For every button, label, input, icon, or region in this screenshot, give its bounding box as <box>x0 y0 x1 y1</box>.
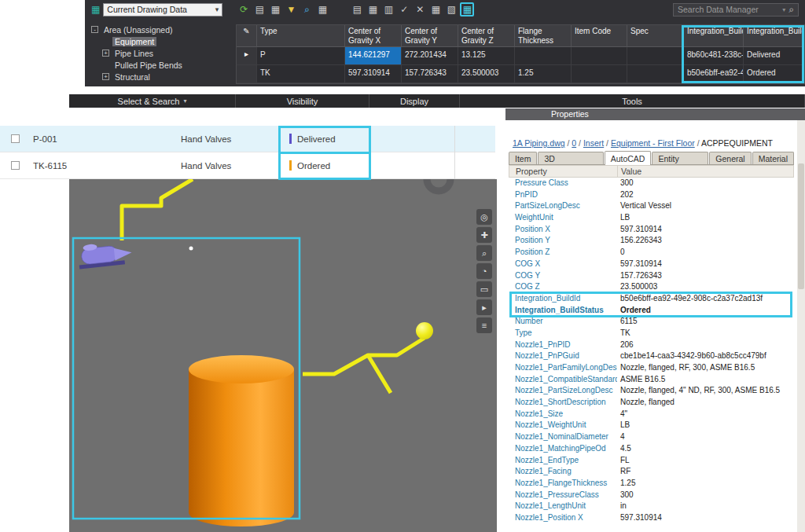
property-row[interactable]: PartSizeLongDescVertical Vessel <box>509 200 794 212</box>
property-row[interactable]: Nozzle1_FacingRF <box>509 466 794 478</box>
property-row[interactable]: COG Y157.726343 <box>509 270 794 282</box>
model-viewport[interactable]: ◎✚⌕◔▭▸≡ <box>69 179 497 532</box>
list-item-p-001[interactable]: P-001Hand ValvesDelivered <box>0 126 495 152</box>
cancel-changes-icon[interactable]: ✕ <box>413 2 427 17</box>
filter-icon[interactable]: ▼ <box>284 2 298 17</box>
grid-cell[interactable]: Ordered <box>744 65 804 83</box>
grid-cell[interactable] <box>627 47 684 65</box>
edit-table-icon[interactable]: ▦ <box>315 2 329 17</box>
export-table-icon[interactable]: ▦ <box>268 2 282 17</box>
list-item-tk-6115[interactable]: TK-6115Hand ValvesOrdered <box>0 152 495 179</box>
grid-row[interactable]: TK597.310914157.72634323.5000031.25b50e6… <box>237 65 804 83</box>
property-row[interactable]: Nozzle1_CompatibleStandardASME B16.5 <box>509 374 794 386</box>
grid-cell[interactable]: 597.310914 <box>345 65 402 83</box>
accept-changes-icon[interactable]: ✓ <box>397 2 411 17</box>
column-header[interactable]: Type <box>257 25 345 47</box>
zoom-to-icon[interactable]: ⌕ <box>300 2 314 17</box>
property-row[interactable]: Number6115 <box>509 316 794 328</box>
menu-tools[interactable]: Tools <box>460 94 805 108</box>
menu-display[interactable]: Display <box>369 94 460 108</box>
property-row[interactable]: Integration_BuildStatusOrdered <box>509 305 794 317</box>
property-row[interactable]: Nozzle1_MatchingPipeOd4.5 <box>509 443 794 455</box>
grid-cell[interactable]: P <box>257 47 345 65</box>
property-row[interactable]: Nozzle1_NominalDiameter4 <box>509 431 794 443</box>
menu-visibility[interactable]: Visibility <box>236 94 369 108</box>
grid-cell[interactable]: 272.201434 <box>402 47 458 65</box>
property-row[interactable]: TypeTK <box>509 328 794 339</box>
grid-cell[interactable]: Delivered <box>744 47 804 65</box>
pipe-branch[interactable] <box>368 355 391 393</box>
tab-autocad[interactable]: AutoCAD <box>605 151 652 165</box>
viewport-canvas[interactable] <box>69 179 497 532</box>
tree-item-area-unassigned[interactable]: -Area (Unassigned) <box>91 24 233 35</box>
grid-cell[interactable]: 1.25 <box>515 65 572 83</box>
tab-material[interactable]: Material <box>752 152 794 164</box>
grid-cell[interactable]: TK <box>257 65 345 83</box>
column-header[interactable]: Center of Gravity X <box>345 25 402 47</box>
grid-cell[interactable]: 144.621297 <box>345 47 402 65</box>
pan-icon[interactable]: ✚ <box>476 227 492 243</box>
grid-cell[interactable] <box>572 47 627 65</box>
grid-cell[interactable]: b50e6bff-ea92-4... <box>684 65 744 83</box>
column-header[interactable]: Center of Gravity Z <box>458 25 515 47</box>
column-header[interactable]: Integration_Build <box>684 25 744 47</box>
grid-cell[interactable]: 13.125 <box>458 47 515 65</box>
pipe-left[interactable] <box>122 179 193 240</box>
show-motion-icon[interactable]: ▸ <box>476 299 492 315</box>
row-checkbox[interactable] <box>11 134 20 143</box>
property-row[interactable]: Position Y156.226343 <box>509 235 794 247</box>
property-row[interactable]: COG Z23.500003 <box>509 281 794 293</box>
breadcrumb-link[interactable]: Insert <box>583 138 604 148</box>
property-row[interactable]: Nozzle1_WeightUnitLB <box>509 420 794 431</box>
column-header[interactable]: Spec <box>627 25 684 47</box>
column-header[interactable]: Flange Thickness <box>515 25 572 47</box>
property-row[interactable]: Nozzle1_EndTypeFL <box>509 455 794 467</box>
tab-entity-handle[interactable]: Entity Handle <box>652 152 708 164</box>
property-row[interactable]: PnPID202 <box>509 189 794 201</box>
column-header[interactable]: Item Code <box>572 25 627 47</box>
grid-row[interactable]: ▸P144.621297272.20143413.1258b60c481-238… <box>237 47 804 65</box>
print-icon[interactable]: ▤ <box>350 2 364 17</box>
expand-icon[interactable]: + <box>102 73 109 80</box>
import-table-icon[interactable]: ▧ <box>444 2 458 17</box>
tree-item-pulled-pipe-bends[interactable]: Pulled Pipe Bends <box>91 59 233 71</box>
acquire-data-icon[interactable]: ▤ <box>252 2 266 17</box>
value-column-header[interactable]: Value <box>618 166 793 177</box>
grid-cell[interactable] <box>572 65 627 83</box>
property-row[interactable]: Nozzle1_PartFamilyLongDescNozzle, flange… <box>509 362 794 374</box>
collapse-icon[interactable]: - <box>91 26 98 33</box>
column-header[interactable]: Integration_Build <box>744 25 804 47</box>
breadcrumb-link[interactable]: Equipment - First Floor <box>611 138 695 148</box>
pump-3d-object[interactable] <box>77 240 133 269</box>
tank-3d-object[interactable] <box>189 355 294 526</box>
copy-table-icon[interactable]: ▦ <box>428 2 443 17</box>
property-row[interactable]: Nozzle1_LengthUnitin <box>509 501 794 512</box>
orbit-icon[interactable]: ◔ <box>476 263 492 279</box>
search-data-manager-box[interactable]: Search Data Manager ▾ ⌕ <box>673 3 799 17</box>
scrollbar-thumb[interactable] <box>798 163 804 289</box>
property-row[interactable]: Pressure Class300 <box>509 178 794 189</box>
drawing-data-selector[interactable]: Current Drawing Data ▾ <box>103 3 222 17</box>
menu-select-search[interactable]: Select & Search▾ <box>69 94 236 108</box>
highlight-in-drawing-icon[interactable]: ▦ <box>460 2 474 17</box>
zoom-icon[interactable]: ⌕ <box>476 245 492 261</box>
property-row[interactable]: Position Z0 <box>509 247 794 259</box>
expand-icon[interactable]: + <box>102 50 109 57</box>
property-row[interactable]: Nozzle1_Size4" <box>509 409 794 420</box>
refresh-icon[interactable]: ⟳ <box>237 2 251 17</box>
column-header[interactable]: Center of Gravity Y <box>402 25 458 47</box>
viewcube-icon[interactable]: ▭ <box>476 281 492 297</box>
property-row[interactable]: Integration_BuildIdb50e6bff-ea92-49e2-90… <box>509 293 794 305</box>
property-row[interactable]: Position X597.310914 <box>509 224 794 236</box>
grid-cell[interactable] <box>515 47 572 65</box>
pipe-right[interactable] <box>303 338 425 374</box>
row-checkbox[interactable] <box>11 161 20 170</box>
grid-cell[interactable]: 8b60c481-238c-... <box>684 47 744 65</box>
tab-item[interactable]: Item <box>509 152 537 164</box>
navbar-menu-icon[interactable]: ≡ <box>476 317 492 333</box>
properties-title[interactable]: Properties <box>505 108 805 120</box>
tree-item-pipe-lines[interactable]: +Pipe Lines <box>91 47 233 59</box>
steering-wheel-icon[interactable]: ◎ <box>476 209 492 225</box>
property-row[interactable]: Nozzle1_PartSizeLongDescNozzle, flanged,… <box>509 385 794 397</box>
tree-item-equipment[interactable]: Equipment <box>91 35 233 47</box>
